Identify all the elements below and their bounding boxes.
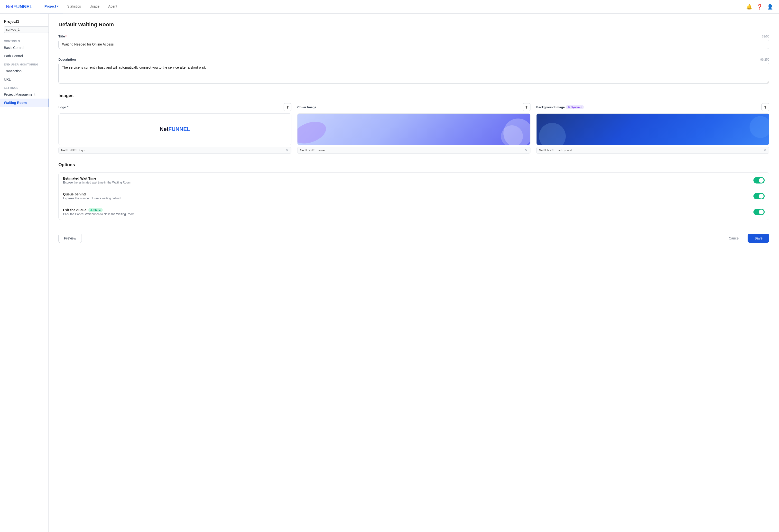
service-input[interactable] xyxy=(4,26,49,33)
sidebar-item-transaction[interactable]: Transaction xyxy=(0,67,49,75)
background-filename-row: NetFUNNEL_background ✕ xyxy=(536,147,769,153)
description-label: Description xyxy=(58,58,76,61)
cancel-button[interactable]: Cancel xyxy=(723,234,745,243)
sidebar-section-settings: Settings xyxy=(0,83,49,90)
background-upload-button[interactable]: ⬆ xyxy=(762,103,769,111)
sidebar-item-url[interactable]: URL xyxy=(0,75,49,83)
title-required: * xyxy=(65,35,67,38)
queue-behind-toggle-slider xyxy=(754,193,765,199)
nav-tab-statistics[interactable]: Statistics xyxy=(63,0,85,13)
sidebar-section-eum: End User Monitoring xyxy=(0,60,49,67)
images-section-title: Images xyxy=(58,93,769,98)
logo-upload-button[interactable]: ⬆ xyxy=(284,103,291,111)
user-avatar[interactable]: 👤 xyxy=(767,4,773,10)
logo-preview-box: NetFUNNEL xyxy=(58,114,291,145)
cover-filename-row: NetFUNNEL_cover ✕ xyxy=(297,147,530,153)
background-preview-box xyxy=(536,114,769,145)
background-label: Background Image Dynamic xyxy=(536,105,584,109)
background-column: Background Image Dynamic ⬆ NetFUNNEL_bac… xyxy=(536,103,769,153)
sidebar-section-controls: Controls xyxy=(0,37,49,44)
logo-preview: NetFUNNEL xyxy=(59,114,291,145)
cover-shape3 xyxy=(297,118,329,145)
main-content: Default Waiting Room Title* 32/50 Descri… xyxy=(49,14,779,532)
preview-button[interactable]: Preview xyxy=(58,234,82,243)
logo-filename: NetFUNNEL_logo xyxy=(61,149,286,152)
images-grid: Logo* ⬆ NetFUNNEL NetFUNNEL_logo ✕ xyxy=(58,103,769,153)
sidebar-item-project-management[interactable]: Project Management xyxy=(0,90,49,98)
logo-header: Logo* ⬆ xyxy=(58,103,291,111)
option-estimated-wait-time: Estimated Wait Time Expose the estimated… xyxy=(59,173,769,188)
title-label-row: Title* 32/50 xyxy=(58,35,769,38)
cover-preview-box xyxy=(297,114,530,145)
title-section: Title* 32/50 xyxy=(58,35,769,49)
option-queue-text: Queue behind Exposes the number of users… xyxy=(63,192,754,200)
title-label: Title* xyxy=(58,35,67,38)
option-queue-name: Queue behind xyxy=(63,192,754,196)
option-estimated-desc: Expose the estimated wait time in the Wa… xyxy=(63,181,754,184)
nav-tabs: Project ▾ Statistics Usage Agent xyxy=(40,0,122,13)
estimated-wait-toggle[interactable] xyxy=(754,177,765,184)
queue-behind-toggle[interactable] xyxy=(754,193,765,199)
title-counter: 32/50 xyxy=(762,35,769,38)
cover-header: Cover Image ⬆ xyxy=(297,103,530,111)
logo-net: Net xyxy=(6,4,13,9)
description-label-row: Description 99/250 xyxy=(58,58,769,61)
sidebar-item-waiting-room[interactable]: Waiting Room xyxy=(0,98,49,107)
background-preview xyxy=(537,114,769,145)
cover-shape2 xyxy=(501,125,523,145)
exit-queue-toggle[interactable] xyxy=(754,209,765,215)
images-section: Images Logo* ⬆ NetFUNNEL xyxy=(58,93,769,153)
static-badge: Static xyxy=(88,208,103,212)
option-exit-name: Exit the queue Static xyxy=(63,208,754,212)
title-input[interactable] xyxy=(58,40,769,49)
help-icon[interactable]: ❓ xyxy=(757,4,763,10)
background-filename: NetFUNNEL_background xyxy=(539,149,764,152)
nav-tab-project[interactable]: Project ▾ xyxy=(40,0,63,13)
footer-actions: Preview Cancel Save xyxy=(58,229,769,243)
save-button[interactable]: Save xyxy=(747,234,769,243)
bg-circle1 xyxy=(539,123,566,145)
dynamic-badge: Dynamic xyxy=(566,105,584,109)
background-remove-button[interactable]: ✕ xyxy=(764,148,767,152)
estimated-wait-toggle-slider xyxy=(754,177,765,184)
cover-label: Cover Image xyxy=(297,106,316,109)
description-textarea[interactable]: The service is currently busy and will a… xyxy=(58,63,769,84)
cover-upload-button[interactable]: ⬆ xyxy=(523,103,530,111)
sidebar-item-path-control[interactable]: Path Control xyxy=(0,52,49,60)
options-section: Options Estimated Wait Time Expose the e… xyxy=(58,162,769,220)
bg-circle2 xyxy=(750,116,769,138)
logo-remove-button[interactable]: ✕ xyxy=(286,148,289,152)
project-name: Project1 xyxy=(4,19,45,24)
option-exit-desc: Click the Cancel Wait button to close th… xyxy=(63,212,754,216)
nav-tab-usage[interactable]: Usage xyxy=(85,0,104,13)
layout: Project1 ⧉ Controls Basic Control Path C… xyxy=(0,14,779,532)
logo-filename-row: NetFUNNEL_logo ✕ xyxy=(58,147,291,153)
nav-right: 🔔 ❓ 👤 xyxy=(746,4,773,10)
chevron-down-icon: ▾ xyxy=(57,5,58,8)
top-nav: NetFUNNEL Project ▾ Statistics Usage Age… xyxy=(0,0,779,14)
cover-remove-button[interactable]: ✕ xyxy=(525,148,528,152)
bell-icon[interactable]: 🔔 xyxy=(746,4,752,10)
options-section-title: Options xyxy=(58,162,769,168)
option-exit-queue: Exit the queue Static Click the Cancel W… xyxy=(59,204,769,220)
logo-image-text: NetFUNNEL xyxy=(160,126,190,132)
description-section: Description 99/250 The service is curren… xyxy=(58,58,769,84)
footer-right: Cancel Save xyxy=(723,234,769,243)
background-header: Background Image Dynamic ⬆ xyxy=(536,103,769,111)
sidebar-project: Project1 ⧉ xyxy=(0,17,49,37)
logo-required: * xyxy=(67,106,68,109)
sidebar-item-basic-control[interactable]: Basic Control xyxy=(0,44,49,52)
nav-tab-agent[interactable]: Agent xyxy=(104,0,122,13)
option-estimated-name: Estimated Wait Time xyxy=(63,177,754,180)
cover-preview xyxy=(297,114,530,145)
option-queue-behind: Queue behind Exposes the number of users… xyxy=(59,188,769,204)
logo-label: Logo* xyxy=(58,106,68,109)
logo-column: Logo* ⬆ NetFUNNEL NetFUNNEL_logo ✕ xyxy=(58,103,291,153)
sidebar: Project1 ⧉ Controls Basic Control Path C… xyxy=(0,14,49,532)
app-logo: NetFUNNEL xyxy=(6,4,33,9)
option-estimated-text: Estimated Wait Time Expose the estimated… xyxy=(63,177,754,184)
sidebar-service-row: ⧉ xyxy=(4,26,45,33)
description-counter: 99/250 xyxy=(760,58,769,61)
options-card: Estimated Wait Time Expose the estimated… xyxy=(58,172,769,220)
exit-queue-toggle-slider xyxy=(754,209,765,215)
